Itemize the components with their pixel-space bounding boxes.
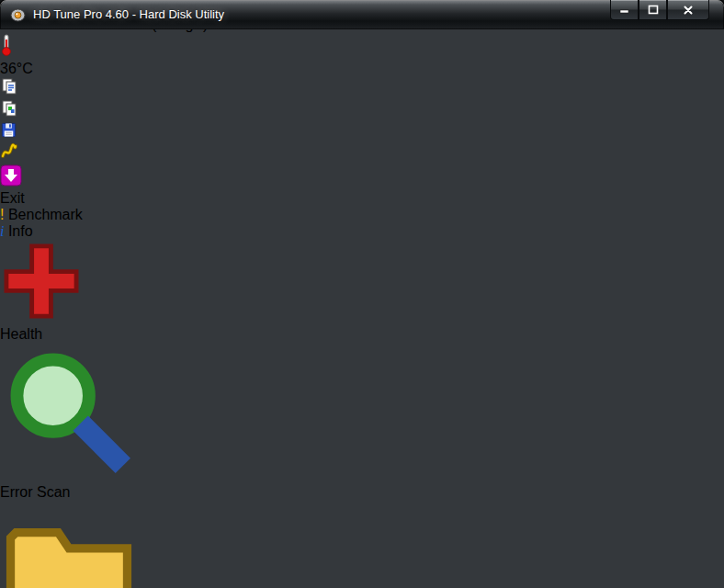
tab-error-scan[interactable]: Error Scan bbox=[0, 343, 138, 501]
maximize-icon bbox=[648, 5, 659, 15]
tab-label: Benchmark bbox=[8, 207, 83, 222]
save-icon bbox=[0, 121, 17, 139]
copy-image-button[interactable] bbox=[0, 99, 33, 121]
title-bar[interactable]: HD Tune Pro 4.60 - Hard Disk Utility bbox=[0, 0, 724, 29]
copy-image-icon bbox=[0, 99, 18, 118]
benchmark-icon: ! bbox=[0, 207, 4, 222]
tab-label: Error Scan bbox=[0, 484, 70, 500]
temperature-button[interactable] bbox=[0, 33, 31, 61]
annotate-button[interactable] bbox=[0, 142, 33, 164]
minimize-button[interactable] bbox=[610, 0, 639, 20]
tab-benchmark[interactable]: ! Benchmark bbox=[0, 207, 130, 223]
minimize-icon bbox=[619, 5, 629, 15]
annotate-icon bbox=[0, 142, 18, 161]
temperature-value: 36°C bbox=[0, 61, 33, 76]
thermometer-icon bbox=[0, 33, 13, 57]
save-button[interactable] bbox=[0, 121, 33, 142]
copy-text-icon bbox=[0, 77, 18, 96]
maximize-button[interactable] bbox=[639, 0, 667, 20]
tab-label: Info bbox=[8, 223, 33, 239]
copy-text-button[interactable] bbox=[0, 77, 33, 99]
window-title: HD Tune Pro 4.60 - Hard Disk Utility bbox=[33, 0, 224, 29]
info-icon: i bbox=[0, 223, 4, 239]
tab-label: Health bbox=[0, 326, 42, 342]
close-icon bbox=[683, 5, 694, 16]
close-button[interactable] bbox=[667, 0, 709, 20]
tab-health[interactable]: Health bbox=[0, 240, 83, 343]
window-content: File Help Corsair Force GT SSD (120 gB) … bbox=[0, 0, 724, 588]
check-updates-button[interactable] bbox=[0, 164, 33, 190]
window-controls bbox=[610, 0, 709, 20]
tab-folder-usage[interactable]: Folder Usage bbox=[0, 501, 138, 588]
exit-button[interactable]: Exit bbox=[0, 190, 66, 207]
app-icon bbox=[10, 7, 26, 23]
error-scan-icon bbox=[0, 343, 138, 481]
exit-button-label: Exit bbox=[0, 190, 25, 206]
folder-usage-icon bbox=[0, 501, 138, 588]
health-icon bbox=[0, 240, 83, 322]
download-icon bbox=[0, 164, 22, 187]
tab-info[interactable]: i Info bbox=[0, 223, 84, 240]
app-window: HD Tune Pro 4.60 - Hard Disk Utility bbox=[0, 0, 724, 588]
